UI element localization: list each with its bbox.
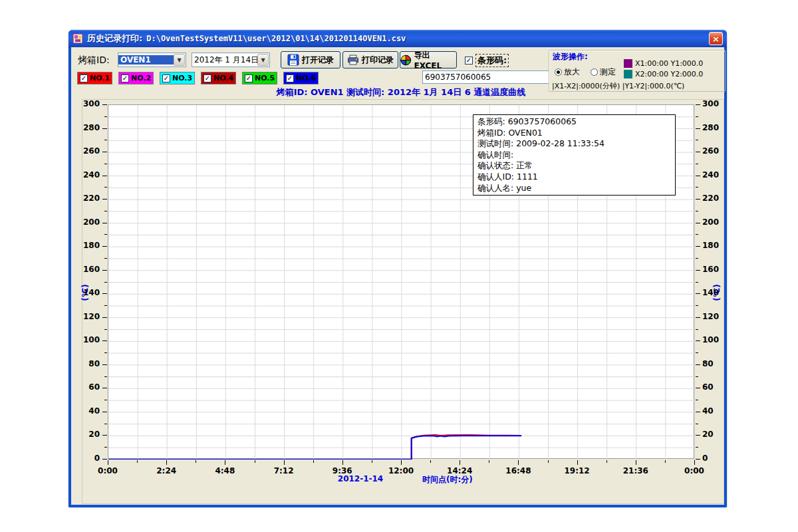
oven-id-select[interactable]: OVEN1 ▼ bbox=[118, 53, 186, 67]
y-axis-tick-label: 220 bbox=[702, 194, 724, 203]
y-axis-tick-label: 40 bbox=[702, 406, 724, 416]
checkbox-icon: ✓ bbox=[203, 74, 211, 82]
y-axis-tick-label: 260 bbox=[702, 146, 724, 156]
open-record-label: 打开记录 bbox=[302, 55, 334, 66]
channel-checkbox-no6[interactable]: ✓NO.6 bbox=[283, 72, 319, 84]
y-axis-tick bbox=[696, 199, 700, 200]
x-axis-tick bbox=[166, 460, 167, 465]
y-axis-tick bbox=[104, 329, 107, 330]
checkbox-icon: ✓ bbox=[121, 74, 129, 82]
pie-chart-icon bbox=[400, 55, 411, 66]
x-axis-tick bbox=[430, 460, 431, 463]
app-window: 历史记录打印: D:\OvenTestSystemV11\user\2012\0… bbox=[68, 30, 727, 507]
y-axis-tick-label: 40 bbox=[78, 406, 100, 416]
chevron-down-icon[interactable]: ▼ bbox=[257, 54, 269, 66]
y-axis-tick bbox=[696, 104, 700, 105]
y-axis-tick bbox=[696, 234, 698, 235]
y-axis-tick bbox=[696, 400, 698, 400]
info-line: 条形码: 6903757060065 bbox=[477, 116, 671, 128]
x-axis-tick bbox=[196, 460, 196, 463]
x-axis-tick bbox=[694, 460, 695, 465]
y-axis-tick bbox=[696, 211, 698, 211]
y-axis-tick bbox=[696, 376, 698, 377]
checkbox-icon: ✓ bbox=[80, 74, 88, 82]
marker1-swatch bbox=[624, 59, 632, 68]
y-axis-tick bbox=[102, 388, 107, 388]
y-axis-tick bbox=[696, 187, 698, 188]
y-axis-tick bbox=[102, 270, 107, 271]
open-record-button[interactable]: 打开记录 bbox=[281, 51, 340, 68]
y-axis-tick bbox=[104, 282, 107, 283]
x-axis-tick-label: 9:36 bbox=[326, 466, 359, 475]
export-excel-button[interactable]: 导出EXCEL bbox=[400, 51, 457, 68]
window-file-path: D:\OvenTestSystemV11\user\2012\01\14\201… bbox=[146, 34, 406, 43]
y-axis-tick bbox=[696, 305, 698, 306]
y-axis-tick bbox=[696, 176, 700, 176]
floppy-disk-icon bbox=[287, 54, 299, 66]
channel-checkbox-no1[interactable]: ✓NO.1 bbox=[77, 72, 112, 84]
y-axis-tick bbox=[104, 116, 107, 117]
print-record-label: 打印记录 bbox=[362, 55, 394, 66]
print-record-button[interactable]: 打印记录 bbox=[342, 51, 398, 68]
waveform-panel: 波形操作: 放大 测定 X1:00:00 Y1:000.0 X2:00:00 Y… bbox=[549, 50, 726, 92]
y-axis-tick bbox=[102, 152, 107, 152]
y-axis-tick-label: 300 bbox=[78, 99, 100, 108]
radio-icon bbox=[555, 68, 562, 76]
y-axis-tick bbox=[696, 246, 700, 247]
y-axis-tick bbox=[696, 329, 698, 330]
export-excel-label: 导出EXCEL bbox=[414, 50, 456, 70]
date-select[interactable]: 2012年 1 月14日 ▼ bbox=[192, 53, 270, 67]
oven-id-value: OVEN1 bbox=[118, 55, 174, 65]
x-axis-tick bbox=[577, 460, 578, 465]
x-axis-tick-label: 19:12 bbox=[561, 466, 594, 475]
info-line: 确认时间: bbox=[477, 150, 671, 161]
y-axis-tick bbox=[102, 435, 107, 436]
y-axis-tick bbox=[696, 412, 700, 412]
info-line: 确认人名: yue bbox=[477, 183, 671, 194]
y-axis-tick bbox=[102, 176, 107, 176]
channel-checkbox-no2[interactable]: ✓NO.2 bbox=[118, 72, 154, 84]
x-axis-tick-label: 14:24 bbox=[443, 466, 476, 475]
x-axis-tick bbox=[313, 460, 314, 463]
y-axis-tick bbox=[696, 435, 700, 436]
marker2-swatch bbox=[624, 70, 632, 78]
close-button[interactable]: × bbox=[709, 32, 723, 45]
y-axis-tick-label: 280 bbox=[702, 123, 724, 132]
x-axis-tick bbox=[606, 460, 607, 463]
y-axis-tick-label: 140 bbox=[702, 288, 724, 297]
y-axis-tick bbox=[104, 305, 107, 306]
x-axis-tick bbox=[372, 460, 372, 463]
chevron-down-icon[interactable]: ▼ bbox=[174, 54, 185, 66]
x-axis-tick bbox=[137, 460, 138, 463]
channel-checkbox-no5[interactable]: ✓NO.5 bbox=[242, 72, 277, 84]
y-axis-tick bbox=[102, 128, 107, 129]
y-axis-tick-label: 140 bbox=[78, 288, 100, 297]
x-axis-tick bbox=[548, 460, 549, 463]
y-axis-tick bbox=[696, 164, 698, 164]
y-axis-tick bbox=[696, 258, 698, 259]
x-axis-tick bbox=[401, 460, 402, 465]
y-axis-tick-label: 240 bbox=[78, 170, 100, 180]
checkbox-icon: ✓ bbox=[162, 74, 170, 82]
barcode-checkbox[interactable]: ✓ 条形码: bbox=[465, 54, 509, 67]
x-axis-tick bbox=[518, 460, 519, 465]
info-box: 条形码: 6903757060065 烤箱ID: OVEN01 测试时间: 20… bbox=[473, 114, 676, 196]
barcode-input[interactable] bbox=[422, 70, 549, 84]
x-axis-tick bbox=[460, 460, 460, 465]
x-axis-title: 时间点(时:分) bbox=[422, 474, 473, 485]
y-axis-tick bbox=[102, 364, 107, 365]
radio-measure[interactable]: 测定 bbox=[591, 66, 616, 78]
y-axis-tick-label: 20 bbox=[78, 430, 100, 439]
oven-id-label: 烤箱ID: bbox=[78, 55, 110, 66]
channel-checkbox-no3[interactable]: ✓NO.3 bbox=[160, 72, 195, 84]
y-axis-tick bbox=[696, 424, 698, 424]
marker1-coords: X1:00:00 Y1:000.0 bbox=[635, 59, 703, 68]
radio-zoom[interactable]: 放大 bbox=[555, 66, 580, 78]
channel-checkbox-no4[interactable]: ✓NO.4 bbox=[201, 72, 236, 84]
x-axis-tick-label: 21:36 bbox=[619, 466, 652, 475]
date-value: 2012年 1 月14日 bbox=[192, 55, 257, 66]
y-axis-tick-label: 160 bbox=[78, 265, 100, 274]
y-axis-tick bbox=[102, 317, 107, 318]
x-axis-tick-label: 12:00 bbox=[384, 466, 418, 475]
y-axis-tick bbox=[104, 187, 107, 188]
